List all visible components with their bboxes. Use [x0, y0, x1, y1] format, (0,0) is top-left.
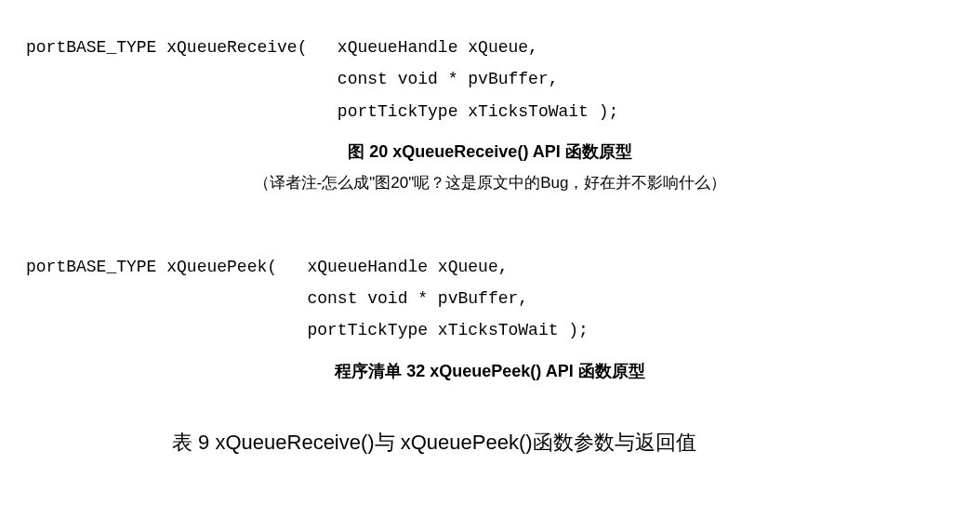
table-title-9: 表 9 xQueueReceive()与 xQueuePeek()函数参数与返回…	[0, 429, 980, 457]
code-line: portTickType xTicksToWait );	[26, 321, 589, 339]
listing-caption-32: 程序清单 32 xQueuePeek() API 函数原型	[0, 360, 980, 382]
code-block-peek: portBASE_TYPE xQueuePeek( xQueueHandle x…	[0, 219, 980, 347]
code-block-receive: portBASE_TYPE xQueueReceive( xQueueHandl…	[0, 0, 980, 127]
code-line: const void * pvBuffer,	[26, 70, 559, 88]
code-line: portTickType xTicksToWait );	[26, 102, 618, 121]
translator-note: （译者注-怎么成"图20"呢？这是原文中的Bug，好在并不影响什么）	[0, 172, 980, 193]
code-line: portBASE_TYPE xQueueReceive( xQueueHandl…	[26, 38, 538, 57]
code-line: portBASE_TYPE xQueuePeek( xQueueHandle x…	[26, 258, 508, 276]
code-line: const void * pvBuffer,	[26, 289, 528, 308]
figure-caption-20: 图 20 xQueueReceive() API 函数原型	[0, 140, 980, 163]
